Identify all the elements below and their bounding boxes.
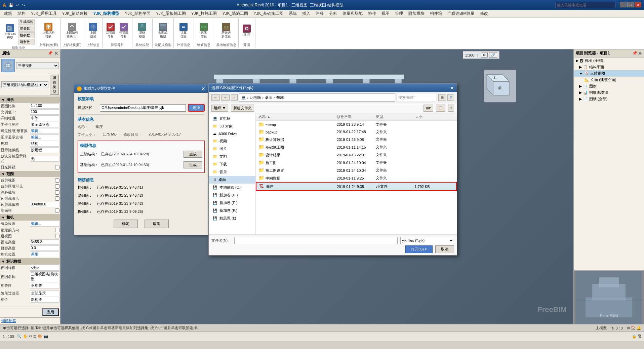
file-row-board-calc[interactable]: 📁板计算数据 2019-01-23 9:08 文件夹 xyxy=(256,135,457,143)
menu-yjk-beam[interactable]: YJK_梁板施工图 xyxy=(153,10,189,17)
menu-yjk-tool[interactable]: YJK_通用工具 xyxy=(28,10,59,17)
menu-yjk-found[interactable]: YJK_基础施工图 xyxy=(251,10,286,17)
sidebar-local-c[interactable]: 💾 本地磁盘 (C:) xyxy=(209,184,255,191)
breadcrumb-desktop[interactable]: 桌面 xyxy=(265,95,272,100)
file-row-design-result[interactable]: 📁设计结果 2019-01-15 22:01 文件夹 xyxy=(256,151,457,159)
sidebar-video[interactable]: 📁 视频 xyxy=(209,137,255,145)
dialog-ok-button[interactable]: 确定 xyxy=(114,220,138,228)
file-row-construction[interactable]: 📁施工图 2019-01-24 10:04 文件夹 xyxy=(256,159,457,166)
zoom-icon[interactable]: 🔍 xyxy=(17,334,22,339)
ribbon-btn-col-param[interactable]: 柱参数 xyxy=(18,32,35,38)
tree-item-struct-plan[interactable]: ▶ 📋 结构平面 xyxy=(574,64,644,70)
breadcrumb-this-pc[interactable]: 此电脑 xyxy=(250,95,261,100)
menu-analyze[interactable]: 分析 xyxy=(326,10,340,17)
menu-view[interactable]: 视图 xyxy=(379,10,392,17)
menu-system[interactable]: 系统 xyxy=(286,10,299,17)
ribbon-btn-gen-struct[interactable]: 生成结构 xyxy=(18,19,35,25)
minimize-button[interactable]: ─ xyxy=(620,2,627,7)
section-identity[interactable]: ▼ 标识数据 xyxy=(0,258,60,265)
view-options-btn[interactable]: ⚙ xyxy=(481,52,488,58)
close-button[interactable]: ✕ xyxy=(635,2,641,7)
tree-item-elevation[interactable]: 📐 立面 (建筑立面) xyxy=(574,77,644,83)
dialog-load-yjk-close[interactable]: ✕ xyxy=(201,86,205,91)
ribbon-btn-load-yjk[interactable]: 加载YJK模型 xyxy=(3,23,18,41)
path-input[interactable] xyxy=(100,104,186,112)
details-btn[interactable]: 📋 xyxy=(436,105,445,112)
browser-close-button[interactable]: ✕ xyxy=(638,51,642,56)
browser-pin-icon[interactable]: 📌 xyxy=(632,51,637,56)
ribbon-btn-found-rebar[interactable]: 基础钢筋信息 xyxy=(220,22,232,39)
file-row-found-drawing[interactable]: 📁基础施工图 2019-01-11 14:15 文件夹 xyxy=(256,143,457,151)
ribbon-btn-beam-param[interactable]: 梁参数 xyxy=(18,26,35,32)
new-folder-btn[interactable]: 新建文件夹 xyxy=(231,105,254,112)
filetype-select[interactable]: yjk files (*.yjk) xyxy=(400,237,454,244)
file-search-input[interactable] xyxy=(397,94,437,101)
rebar-link[interactable]: 钢筋配筋 xyxy=(1,319,16,323)
view-type-selector[interactable]: 三维视图 xyxy=(16,62,59,69)
file-row-mid-data[interactable]: 📁中间数据 2019-01-11 9:25 文件夹 xyxy=(256,174,457,182)
maximize-button[interactable]: □ xyxy=(627,2,634,7)
menu-insert[interactable]: 插入 xyxy=(299,10,313,17)
lock-dir-checkbox[interactable] xyxy=(55,228,59,232)
tree-item-legend[interactable]: ▶ 📑 图例 xyxy=(574,83,644,89)
panel-close-button[interactable]: ✕ xyxy=(54,51,58,56)
ribbon-btn-hole[interactable]: 开洞 xyxy=(241,24,253,37)
sidebar-vol-i[interactable]: 💾 档思思 (I:) xyxy=(209,215,255,222)
crop-visible-checkbox[interactable] xyxy=(55,184,59,189)
camera-icon[interactable]: 📷 xyxy=(44,334,48,339)
rotate-icon[interactable]: ↺ xyxy=(29,334,32,339)
file-row-xinzhuang[interactable]: 🏗 辛庄 2019-01-24 9:35 yjk文件 1,792 KB xyxy=(256,182,457,191)
sidebar-vol-e[interactable]: 💾 新加卷 (E:) xyxy=(209,199,255,207)
menu-yjk-struct[interactable]: YJK_结构模型 xyxy=(90,10,122,17)
view-cube[interactable]: 前 上 xyxy=(484,70,516,102)
file-row-backup[interactable]: 📁backup 2019-01-22 17:48 文件夹 xyxy=(256,128,457,135)
menu-component[interactable]: 构件坞 xyxy=(427,10,445,17)
foundation-gen-button[interactable]: 生成 xyxy=(184,161,202,168)
sidebar-3d[interactable]: 📁 3D 对象 xyxy=(209,122,255,130)
ribbon-btn-calc[interactable]: 计算信息 xyxy=(177,22,190,39)
ribbon-btn-prefab[interactable]: 装配式模型 xyxy=(157,22,169,39)
tree-item-3d[interactable]: ▼ 🎲 三维视图 xyxy=(574,70,644,77)
view-name-selector[interactable]: 三维视图-结构模型-住▼ xyxy=(1,81,48,88)
help-btn[interactable]: ? xyxy=(447,94,454,101)
ribbon-btn-check[interactable]: 活荷载导算 xyxy=(105,22,117,39)
menu-collab[interactable]: 协作 xyxy=(365,10,379,17)
file-cancel-btn[interactable]: 取消 xyxy=(435,245,454,253)
crop-checkbox[interactable] xyxy=(55,178,59,183)
sidebar-vol-f[interactable]: 💾 新加卷 (F:) xyxy=(209,207,255,215)
file-row-constr-settings[interactable]: 📁施工图设置 2019-01-24 10:04 文件夹 xyxy=(256,166,457,174)
menu-yjk-assist[interactable]: YJK_辅助建模 xyxy=(59,10,91,17)
apply-button[interactable]: 应用 xyxy=(42,308,59,316)
quick-access-save[interactable]: 💾 xyxy=(9,3,13,7)
filename-input[interactable] xyxy=(234,237,398,244)
menu-yjk-wall[interactable]: YJK_墙施工图 xyxy=(219,10,251,17)
tree-item-schedule[interactable]: ▶ 📊 明细表/数量 xyxy=(574,89,644,96)
perspective-checkbox[interactable] xyxy=(55,234,59,238)
section-camera[interactable]: ▼ 相机 xyxy=(0,214,60,221)
menu-yjk-col[interactable]: YJK_柱施工图 xyxy=(189,10,220,17)
select-file-button[interactable]: 选择 xyxy=(188,104,205,112)
fit-icon[interactable]: ⊡ xyxy=(33,334,36,339)
upper-gen-button[interactable]: 生成 xyxy=(184,151,202,158)
sidebar-vol-d[interactable]: 💾 新加卷 (D:) xyxy=(209,191,255,199)
tree-item-sheets[interactable]: ▶ 📄 图纸 (全部) xyxy=(574,96,644,102)
ribbon-btn-upper-info[interactable]: i 上部信息 xyxy=(87,22,99,39)
menu-glodone[interactable]: 广联达BIM算量 xyxy=(445,10,477,17)
view-sync-btn[interactable]: 🔗 xyxy=(489,52,497,58)
ribbon-btn-foundation[interactable]: 基础模型 xyxy=(136,22,148,39)
ribbon-btn-upper-convert-new[interactable]: 上部结构转换 xyxy=(41,22,56,39)
organize-btn[interactable]: 组织 ▼ xyxy=(211,105,228,112)
ribbon-btn-rebar[interactable]: 钢筋信息 xyxy=(198,22,210,39)
quick-access-redo[interactable]: ↪ xyxy=(22,3,25,7)
file-open-btn[interactable]: 打开(O) ▾ xyxy=(405,245,433,253)
tree-item-views[interactable]: ▶ 🖼 视图 (全部) xyxy=(574,57,644,64)
quick-access-undo[interactable]: ↩ xyxy=(16,3,19,7)
file-row-temp[interactable]: 📁~temp 2019-01-23 9:14 文件夹 xyxy=(256,121,457,128)
view-toggle-btn[interactable]: ⊞ xyxy=(438,94,446,101)
sidebar-desktop[interactable]: 🖥 桌面 xyxy=(209,176,255,184)
render-icon[interactable]: 🎨 xyxy=(38,334,42,339)
file-dialog-close[interactable]: ✕ xyxy=(450,85,454,91)
menu-addins[interactable]: 附加模块 xyxy=(406,10,427,17)
edit-type-button[interactable]: 编辑类型 xyxy=(50,75,59,95)
section-box-checkbox[interactable] xyxy=(55,208,59,213)
